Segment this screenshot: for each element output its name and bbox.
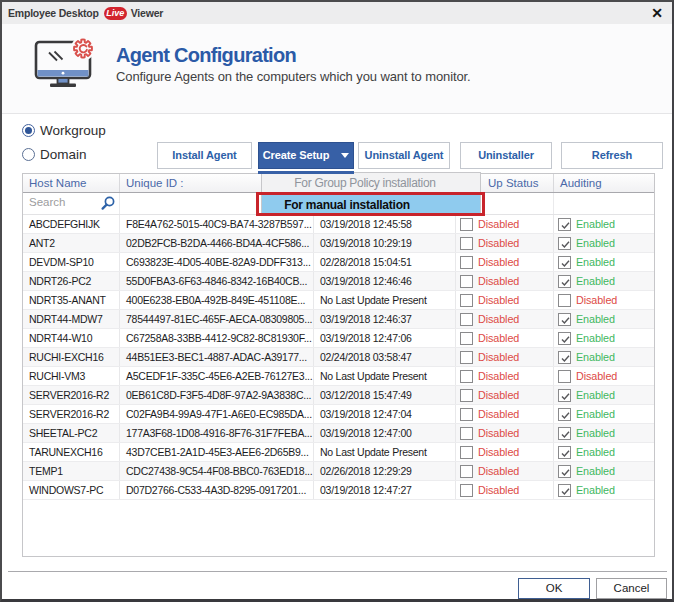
up-status-checkbox[interactable] (460, 484, 473, 497)
auditing-text: Enabled (576, 405, 615, 423)
auditing-checkbox[interactable] (558, 427, 571, 440)
cancel-button[interactable]: Cancel (596, 578, 667, 599)
up-status-checkbox[interactable] (460, 370, 473, 383)
table-row[interactable]: DEVDM-SP10C693823E-4D05-40BE-82A9-DDFF31… (23, 253, 654, 272)
auditing-checkbox[interactable] (558, 313, 571, 326)
table-row[interactable]: NDRT44-MDW778544497-81EC-465F-AECA-08309… (23, 310, 654, 329)
cell-up-status: Disabled (456, 329, 554, 347)
auditing-text: Disabled (576, 367, 617, 385)
up-status-text: Disabled (478, 405, 519, 423)
cell-host-name: SERVER2016-R2 (23, 386, 120, 404)
menu-item-manual-installation[interactable]: For manual installation (262, 194, 480, 216)
cell-auditing: Disabled (554, 367, 654, 385)
up-status-checkbox[interactable] (460, 408, 473, 421)
header-band: Agent Configuration Configure Agents on … (2, 24, 672, 114)
up-status-checkbox[interactable] (460, 294, 473, 307)
up-status-checkbox[interactable] (460, 313, 473, 326)
column-header-auditing[interactable]: Auditing (554, 174, 654, 192)
cell-last-update: No Last Update Present (314, 443, 456, 461)
up-status-text: Disabled (478, 386, 519, 404)
caret-down-icon (341, 153, 349, 158)
table-row[interactable]: ABCDEFGHIJKF8E4A762-5015-40C9-BA74-3287B… (23, 215, 654, 234)
search-input[interactable]: Search (29, 196, 65, 208)
up-status-checkbox[interactable] (460, 218, 473, 231)
auditing-checkbox[interactable] (558, 446, 571, 459)
close-icon[interactable]: ✕ (646, 2, 668, 24)
auditing-checkbox[interactable] (558, 389, 571, 402)
search-cell-empty[interactable] (554, 193, 654, 214)
up-status-text: Disabled (478, 481, 519, 499)
table-row[interactable]: SERVER2016-R20EB61C8D-F3F5-4D8F-97A2-9A3… (23, 386, 654, 405)
cell-last-update: 03/19/2018 12:47:06 (314, 329, 456, 347)
table-row[interactable]: TEMP1CDC27438-9C54-4F08-BBC0-763ED18...0… (23, 462, 654, 481)
up-status-checkbox[interactable] (460, 351, 473, 364)
cell-unique-id: F8E4A762-5015-40C9-BA74-3287B597... (120, 215, 314, 233)
create-setup-button[interactable]: Create Setup (258, 142, 354, 169)
cell-host-name: SERVER2016-R2 (23, 405, 120, 423)
cell-unique-id: C693823E-4D05-40BE-82A9-DDFF313... (120, 253, 314, 271)
table-row[interactable]: NDRT44-W10C67258A8-33BB-4412-9C82-8C8193… (23, 329, 654, 348)
auditing-checkbox[interactable] (558, 465, 571, 478)
cell-up-status: Disabled (456, 253, 554, 271)
table-row[interactable]: TARUNEXCH1643D7CEB1-2A1D-45E3-AEE6-2D65B… (23, 443, 654, 462)
auditing-checkbox[interactable] (558, 408, 571, 421)
up-status-text: Disabled (478, 348, 519, 366)
table-row[interactable]: SERVER2016-R2C02FA9B4-99A9-47F1-A6E0-EC9… (23, 405, 654, 424)
radio-workgroup-circle[interactable] (22, 124, 35, 137)
menu-item-group-policy[interactable]: For Group Policy installation (262, 173, 480, 194)
up-status-checkbox[interactable] (460, 237, 473, 250)
cell-auditing: Enabled (554, 253, 654, 271)
auditing-checkbox[interactable] (558, 351, 571, 364)
auditing-checkbox[interactable] (558, 237, 571, 250)
refresh-button[interactable]: Refresh (561, 142, 663, 169)
cell-unique-id: 44B51EE3-BEC1-4887-ADAC-A39177... (120, 348, 314, 366)
install-agent-button[interactable]: Install Agent (157, 142, 252, 169)
auditing-text: Enabled (576, 310, 615, 328)
table-row[interactable]: ANT202DB2FCB-B2DA-4466-BD4A-4CF586...03/… (23, 234, 654, 253)
uninstall-agent-button[interactable]: Uninstall Agent (358, 142, 450, 169)
auditing-checkbox[interactable] (558, 275, 571, 288)
up-status-checkbox[interactable] (460, 465, 473, 478)
auditing-checkbox[interactable] (558, 256, 571, 269)
up-status-checkbox[interactable] (460, 275, 473, 288)
page-subtitle: Configure Agents on the computers which … (116, 69, 471, 84)
auditing-checkbox[interactable] (558, 294, 571, 307)
auditing-checkbox[interactable] (558, 484, 571, 497)
up-status-text: Disabled (478, 443, 519, 461)
cell-auditing: Enabled (554, 215, 654, 233)
cell-up-status: Disabled (456, 310, 554, 328)
column-header-host-name[interactable]: Host Name (23, 174, 120, 192)
up-status-checkbox[interactable] (460, 389, 473, 402)
radio-domain[interactable]: Domain (22, 147, 87, 162)
up-status-checkbox[interactable] (460, 427, 473, 440)
table-row[interactable]: NDRT26-PC255D0FBA3-6F63-4846-8342-16B40C… (23, 272, 654, 291)
cell-last-update: 03/19/2018 12:47:00 (314, 424, 456, 442)
cell-unique-id: A5CEDF1F-335C-45E6-A2EB-76127E3... (120, 367, 314, 385)
table-row[interactable]: RUCHI-EXCH1644B51EE3-BEC1-4887-ADAC-A391… (23, 348, 654, 367)
table-row[interactable]: SHEETAL-PC2177A3F68-1D08-4916-8F76-31F7F… (23, 424, 654, 443)
table-row[interactable]: WINDOWS7-PCD07D2766-C533-4A3D-8295-09172… (23, 481, 654, 500)
cell-up-status: Disabled (456, 462, 554, 480)
cell-last-update: 03/12/2018 15:47:49 (314, 386, 456, 404)
cell-up-status: Disabled (456, 291, 554, 309)
auditing-checkbox[interactable] (558, 218, 571, 231)
radio-workgroup[interactable]: Workgroup (22, 123, 106, 138)
up-status-checkbox[interactable] (460, 446, 473, 459)
cell-host-name: RUCHI-EXCH16 (23, 348, 120, 366)
auditing-checkbox[interactable] (558, 332, 571, 345)
ok-button[interactable]: OK (518, 578, 590, 599)
create-setup-label: Create Setup (263, 149, 330, 161)
magnifier-icon[interactable] (100, 195, 116, 215)
auditing-checkbox[interactable] (558, 370, 571, 383)
radio-domain-circle[interactable] (22, 148, 35, 161)
search-cell[interactable]: Search (23, 193, 120, 214)
cell-auditing: Enabled (554, 386, 654, 404)
up-status-checkbox[interactable] (460, 332, 473, 345)
table-row[interactable]: RUCHI-VM3A5CEDF1F-335C-45E6-A2EB-76127E3… (23, 367, 654, 386)
cell-up-status: Disabled (456, 481, 554, 499)
cell-auditing: Enabled (554, 443, 654, 461)
uninstaller-button[interactable]: Uninstaller (460, 142, 552, 169)
up-status-checkbox[interactable] (460, 256, 473, 269)
up-status-text: Disabled (478, 215, 519, 233)
table-row[interactable]: NDRT35-ANANT400E6238-EB0A-492B-849E-4511… (23, 291, 654, 310)
